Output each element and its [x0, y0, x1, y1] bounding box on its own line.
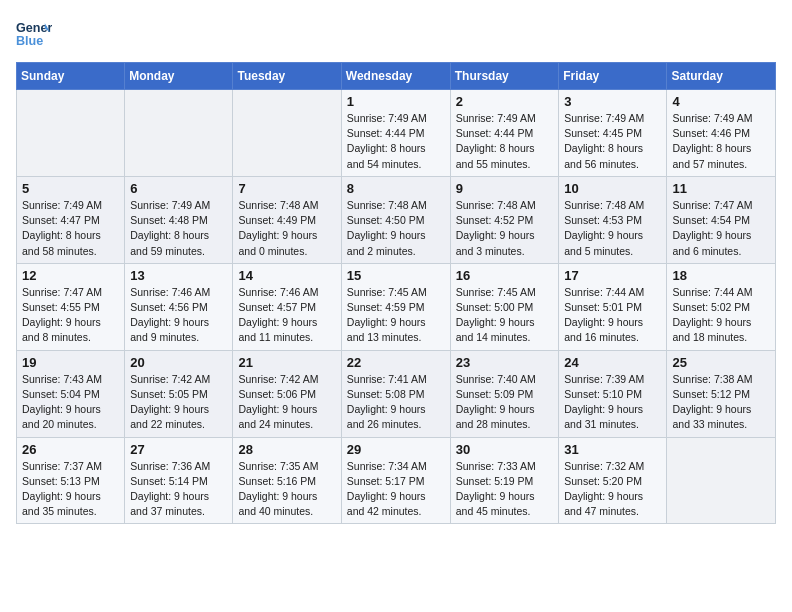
- day-info: Sunrise: 7:32 AM Sunset: 5:20 PM Dayligh…: [564, 459, 661, 520]
- calendar-cell: 17Sunrise: 7:44 AM Sunset: 5:01 PM Dayli…: [559, 263, 667, 350]
- day-info: Sunrise: 7:42 AM Sunset: 5:05 PM Dayligh…: [130, 372, 227, 433]
- day-number: 25: [672, 355, 770, 370]
- day-info: Sunrise: 7:48 AM Sunset: 4:52 PM Dayligh…: [456, 198, 554, 259]
- svg-text:Blue: Blue: [16, 34, 43, 48]
- logo: General Blue: [16, 16, 52, 52]
- day-info: Sunrise: 7:46 AM Sunset: 4:57 PM Dayligh…: [238, 285, 335, 346]
- day-number: 7: [238, 181, 335, 196]
- day-info: Sunrise: 7:49 AM Sunset: 4:44 PM Dayligh…: [456, 111, 554, 172]
- weekday-header-monday: Monday: [125, 63, 233, 90]
- day-info: Sunrise: 7:44 AM Sunset: 5:01 PM Dayligh…: [564, 285, 661, 346]
- day-number: 16: [456, 268, 554, 283]
- calendar-cell: 18Sunrise: 7:44 AM Sunset: 5:02 PM Dayli…: [667, 263, 776, 350]
- day-info: Sunrise: 7:46 AM Sunset: 4:56 PM Dayligh…: [130, 285, 227, 346]
- day-info: Sunrise: 7:48 AM Sunset: 4:49 PM Dayligh…: [238, 198, 335, 259]
- calendar-table: SundayMondayTuesdayWednesdayThursdayFrid…: [16, 62, 776, 524]
- day-number: 23: [456, 355, 554, 370]
- day-number: 4: [672, 94, 770, 109]
- calendar-cell: 14Sunrise: 7:46 AM Sunset: 4:57 PM Dayli…: [233, 263, 341, 350]
- calendar-cell: [233, 90, 341, 177]
- day-info: Sunrise: 7:40 AM Sunset: 5:09 PM Dayligh…: [456, 372, 554, 433]
- day-info: Sunrise: 7:49 AM Sunset: 4:44 PM Dayligh…: [347, 111, 445, 172]
- day-number: 26: [22, 442, 119, 457]
- day-number: 30: [456, 442, 554, 457]
- day-number: 2: [456, 94, 554, 109]
- day-number: 15: [347, 268, 445, 283]
- weekday-header-tuesday: Tuesday: [233, 63, 341, 90]
- day-info: Sunrise: 7:47 AM Sunset: 4:55 PM Dayligh…: [22, 285, 119, 346]
- day-info: Sunrise: 7:35 AM Sunset: 5:16 PM Dayligh…: [238, 459, 335, 520]
- calendar-cell: 24Sunrise: 7:39 AM Sunset: 5:10 PM Dayli…: [559, 350, 667, 437]
- day-number: 12: [22, 268, 119, 283]
- calendar-cell: 12Sunrise: 7:47 AM Sunset: 4:55 PM Dayli…: [17, 263, 125, 350]
- calendar-cell: 2Sunrise: 7:49 AM Sunset: 4:44 PM Daylig…: [450, 90, 559, 177]
- calendar-cell: 13Sunrise: 7:46 AM Sunset: 4:56 PM Dayli…: [125, 263, 233, 350]
- day-info: Sunrise: 7:49 AM Sunset: 4:48 PM Dayligh…: [130, 198, 227, 259]
- calendar-cell: 27Sunrise: 7:36 AM Sunset: 5:14 PM Dayli…: [125, 437, 233, 524]
- day-info: Sunrise: 7:43 AM Sunset: 5:04 PM Dayligh…: [22, 372, 119, 433]
- calendar-cell: 6Sunrise: 7:49 AM Sunset: 4:48 PM Daylig…: [125, 176, 233, 263]
- day-info: Sunrise: 7:42 AM Sunset: 5:06 PM Dayligh…: [238, 372, 335, 433]
- calendar-cell: 10Sunrise: 7:48 AM Sunset: 4:53 PM Dayli…: [559, 176, 667, 263]
- calendar-cell: 28Sunrise: 7:35 AM Sunset: 5:16 PM Dayli…: [233, 437, 341, 524]
- day-number: 31: [564, 442, 661, 457]
- day-number: 20: [130, 355, 227, 370]
- weekday-header-thursday: Thursday: [450, 63, 559, 90]
- weekday-header-friday: Friday: [559, 63, 667, 90]
- weekday-header-sunday: Sunday: [17, 63, 125, 90]
- calendar-week-row: 12Sunrise: 7:47 AM Sunset: 4:55 PM Dayli…: [17, 263, 776, 350]
- calendar-cell: 30Sunrise: 7:33 AM Sunset: 5:19 PM Dayli…: [450, 437, 559, 524]
- day-number: 18: [672, 268, 770, 283]
- calendar-week-row: 1Sunrise: 7:49 AM Sunset: 4:44 PM Daylig…: [17, 90, 776, 177]
- calendar-cell: [125, 90, 233, 177]
- day-number: 19: [22, 355, 119, 370]
- day-info: Sunrise: 7:39 AM Sunset: 5:10 PM Dayligh…: [564, 372, 661, 433]
- calendar-cell: 9Sunrise: 7:48 AM Sunset: 4:52 PM Daylig…: [450, 176, 559, 263]
- calendar-cell: 15Sunrise: 7:45 AM Sunset: 4:59 PM Dayli…: [341, 263, 450, 350]
- day-number: 29: [347, 442, 445, 457]
- day-number: 6: [130, 181, 227, 196]
- day-info: Sunrise: 7:36 AM Sunset: 5:14 PM Dayligh…: [130, 459, 227, 520]
- day-number: 9: [456, 181, 554, 196]
- day-info: Sunrise: 7:48 AM Sunset: 4:53 PM Dayligh…: [564, 198, 661, 259]
- day-number: 22: [347, 355, 445, 370]
- logo-icon: General Blue: [16, 16, 52, 52]
- calendar-cell: 4Sunrise: 7:49 AM Sunset: 4:46 PM Daylig…: [667, 90, 776, 177]
- day-number: 11: [672, 181, 770, 196]
- day-info: Sunrise: 7:49 AM Sunset: 4:46 PM Dayligh…: [672, 111, 770, 172]
- calendar-cell: 29Sunrise: 7:34 AM Sunset: 5:17 PM Dayli…: [341, 437, 450, 524]
- calendar-cell: 16Sunrise: 7:45 AM Sunset: 5:00 PM Dayli…: [450, 263, 559, 350]
- calendar-cell: [667, 437, 776, 524]
- page-header: General Blue: [16, 16, 776, 52]
- day-number: 17: [564, 268, 661, 283]
- calendar-cell: 19Sunrise: 7:43 AM Sunset: 5:04 PM Dayli…: [17, 350, 125, 437]
- day-number: 27: [130, 442, 227, 457]
- calendar-cell: 1Sunrise: 7:49 AM Sunset: 4:44 PM Daylig…: [341, 90, 450, 177]
- calendar-cell: 7Sunrise: 7:48 AM Sunset: 4:49 PM Daylig…: [233, 176, 341, 263]
- day-number: 8: [347, 181, 445, 196]
- day-number: 1: [347, 94, 445, 109]
- day-number: 3: [564, 94, 661, 109]
- day-number: 28: [238, 442, 335, 457]
- calendar-cell: 11Sunrise: 7:47 AM Sunset: 4:54 PM Dayli…: [667, 176, 776, 263]
- day-info: Sunrise: 7:45 AM Sunset: 5:00 PM Dayligh…: [456, 285, 554, 346]
- calendar-week-row: 26Sunrise: 7:37 AM Sunset: 5:13 PM Dayli…: [17, 437, 776, 524]
- calendar-cell: 25Sunrise: 7:38 AM Sunset: 5:12 PM Dayli…: [667, 350, 776, 437]
- day-info: Sunrise: 7:45 AM Sunset: 4:59 PM Dayligh…: [347, 285, 445, 346]
- day-info: Sunrise: 7:37 AM Sunset: 5:13 PM Dayligh…: [22, 459, 119, 520]
- day-info: Sunrise: 7:38 AM Sunset: 5:12 PM Dayligh…: [672, 372, 770, 433]
- day-info: Sunrise: 7:34 AM Sunset: 5:17 PM Dayligh…: [347, 459, 445, 520]
- calendar-cell: 21Sunrise: 7:42 AM Sunset: 5:06 PM Dayli…: [233, 350, 341, 437]
- calendar-cell: 22Sunrise: 7:41 AM Sunset: 5:08 PM Dayli…: [341, 350, 450, 437]
- day-info: Sunrise: 7:44 AM Sunset: 5:02 PM Dayligh…: [672, 285, 770, 346]
- day-info: Sunrise: 7:49 AM Sunset: 4:47 PM Dayligh…: [22, 198, 119, 259]
- weekday-header-row: SundayMondayTuesdayWednesdayThursdayFrid…: [17, 63, 776, 90]
- calendar-week-row: 5Sunrise: 7:49 AM Sunset: 4:47 PM Daylig…: [17, 176, 776, 263]
- weekday-header-wednesday: Wednesday: [341, 63, 450, 90]
- day-info: Sunrise: 7:33 AM Sunset: 5:19 PM Dayligh…: [456, 459, 554, 520]
- calendar-cell: 26Sunrise: 7:37 AM Sunset: 5:13 PM Dayli…: [17, 437, 125, 524]
- calendar-cell: 8Sunrise: 7:48 AM Sunset: 4:50 PM Daylig…: [341, 176, 450, 263]
- calendar-cell: 20Sunrise: 7:42 AM Sunset: 5:05 PM Dayli…: [125, 350, 233, 437]
- calendar-cell: 23Sunrise: 7:40 AM Sunset: 5:09 PM Dayli…: [450, 350, 559, 437]
- calendar-cell: 5Sunrise: 7:49 AM Sunset: 4:47 PM Daylig…: [17, 176, 125, 263]
